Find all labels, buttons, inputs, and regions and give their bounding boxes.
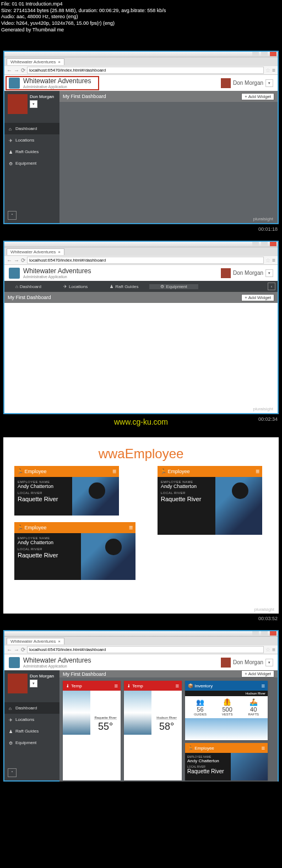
minimize-button[interactable]: [252, 52, 259, 56]
browser-tab[interactable]: Whitewater Adventures ×: [7, 638, 64, 644]
dashboard-title: My First Dashboard: [8, 295, 51, 300]
reload-icon[interactable]: ⟳: [21, 647, 25, 653]
dashboard-body: 🌡 Temp≡ Raquette River 55° 🌡: [59, 677, 278, 782]
tab-close-icon[interactable]: ×: [58, 59, 61, 64]
temp-value: 55°: [98, 721, 113, 733]
sidebar-item-equipment[interactable]: ⚙ Equipment: [4, 737, 59, 748]
address-input[interactable]: [27, 257, 264, 264]
hnav-item-raft-guides[interactable]: ♟ Raft Guides: [99, 284, 149, 289]
plane-icon: ✈: [9, 138, 13, 143]
tab-bar: Whitewater Adventures ×: [4, 637, 278, 645]
browser-tab[interactable]: Whitewater Adventures ×: [7, 58, 64, 65]
menu-icon[interactable]: ≡: [272, 257, 275, 263]
back-icon[interactable]: ←: [7, 257, 12, 263]
run-icon: 🏃: [160, 469, 166, 474]
meta-line: File: 01 01 Introduction.mp4: [1, 1, 281, 8]
close-button[interactable]: [270, 52, 276, 56]
sidebar-item-dashboard[interactable]: ⌂ Dashboard: [4, 702, 59, 714]
widget-title: Inventory: [194, 683, 213, 688]
window-controls: [4, 631, 278, 637]
tab-title: Whitewater Adventures: [10, 639, 56, 644]
maximize-button[interactable]: [261, 631, 268, 636]
user-menu-caret[interactable]: ▾: [265, 659, 273, 666]
bookmark-icon[interactable]: ☆: [265, 647, 270, 653]
user-menu-caret[interactable]: ▾: [265, 269, 273, 277]
hnav-item-equipment[interactable]: ⚙ Equipment: [149, 284, 198, 289]
sidebar-user-caret[interactable]: ▾: [30, 680, 37, 687]
menu-icon[interactable]: ≡: [272, 647, 275, 653]
tab-close-icon[interactable]: ×: [58, 249, 61, 254]
river-label: LOCAL RIVER: [18, 491, 69, 495]
url-bar: ← → ⟳ ☆ ≡: [4, 66, 278, 75]
meta-line: Generated by Thumbnail me: [1, 27, 281, 34]
reload-icon[interactable]: ⟳: [21, 257, 25, 263]
sidebar: Don Morgan ▾ ⌂ Dashboard ✈ Locations: [4, 670, 59, 780]
tab-title: Whitewater Adventures: [10, 59, 56, 64]
forward-icon[interactable]: →: [14, 257, 19, 263]
person-icon: ♟: [110, 284, 113, 289]
app-subtitle: Administrative Application: [23, 664, 91, 668]
minimize-button[interactable]: [252, 631, 259, 636]
employee-river: Raquette River: [18, 552, 78, 558]
employee-card: 🏃 Employee ≡ EMPLOYEE NAME Andy Chattert…: [14, 522, 135, 580]
employee-photo: [215, 477, 263, 535]
dashboard-body: [4, 303, 278, 413]
tab-close-icon[interactable]: ×: [58, 639, 61, 644]
browser-tab[interactable]: Whitewater Adventures ×: [7, 248, 64, 255]
minimize-button[interactable]: [252, 242, 259, 246]
close-button[interactable]: [270, 242, 276, 246]
hamburger-icon[interactable]: ≡: [115, 682, 118, 689]
card-badge: Employee: [25, 525, 47, 530]
menu-icon[interactable]: ≡: [272, 67, 275, 73]
hnav-item-locations[interactable]: ✈ Locations: [52, 284, 99, 289]
hamburger-icon[interactable]: ≡: [112, 468, 116, 475]
maximize-button[interactable]: [261, 242, 268, 246]
back-icon[interactable]: ←: [7, 67, 12, 73]
reload-icon[interactable]: ⟳: [21, 67, 25, 73]
address-input[interactable]: [27, 67, 264, 74]
bookmark-icon[interactable]: ☆: [265, 67, 270, 73]
dashboard-title: My First Dashboard: [63, 94, 106, 99]
sidebar-item-raft-guides[interactable]: ♟ Raft Guides: [4, 146, 59, 158]
hnav-item-dashboard[interactable]: ⌂ Dashboard: [4, 284, 52, 289]
address-input[interactable]: [27, 646, 264, 653]
add-widget-button[interactable]: + Add Widget: [241, 670, 274, 677]
back-icon[interactable]: ←: [7, 647, 12, 653]
rafts-label: RAFTS: [248, 713, 259, 716]
forward-icon[interactable]: →: [14, 647, 19, 653]
sidebar-user-caret[interactable]: ▾: [30, 100, 37, 108]
sidebar-collapse-button[interactable]: ˄: [8, 211, 17, 220]
sidebar-collapse-button[interactable]: ˄: [8, 768, 17, 777]
sidebar-item-equipment[interactable]: ⚙ Equipment: [4, 158, 59, 169]
tab-bar: Whitewater Adventures ×: [4, 57, 278, 66]
hamburger-icon[interactable]: ≡: [129, 524, 133, 531]
user-menu-caret[interactable]: ▾: [265, 79, 273, 87]
guides-count: 56: [194, 706, 207, 713]
forward-icon[interactable]: →: [14, 67, 19, 73]
watermark: pluralsight: [254, 607, 274, 612]
vests-label: VESTS: [222, 713, 233, 716]
employee-photo: [72, 477, 120, 516]
sidebar-item-locations[interactable]: ✈ Locations: [4, 134, 59, 146]
hamburger-icon[interactable]: ≡: [262, 745, 265, 751]
add-widget-button[interactable]: + Add Widget: [241, 294, 274, 301]
add-widget-button[interactable]: + Add Widget: [241, 93, 274, 100]
person-icon: ♟: [9, 729, 13, 734]
maximize-button[interactable]: [261, 52, 268, 56]
highlight-box: [6, 76, 99, 90]
url-bar: ← → ⟳ ☆ ≡: [4, 256, 278, 265]
close-button[interactable]: [270, 631, 276, 636]
slide: wwaEmployee 🏃 Employee ≡ EMPLOYEE NAME A…: [3, 437, 279, 614]
hamburger-icon[interactable]: ≡: [256, 468, 259, 475]
bookmark-icon[interactable]: ☆: [265, 257, 270, 263]
sidebar-item-dashboard[interactable]: ⌂ Dashboard: [4, 123, 59, 134]
employee-name: Andy Chatterton: [161, 484, 212, 489]
hnav-label: Locations: [69, 284, 88, 289]
hamburger-icon[interactable]: ≡: [176, 682, 179, 689]
hnav-collapse-button[interactable]: ‹: [268, 283, 275, 290]
hamburger-icon[interactable]: ≡: [262, 682, 265, 689]
run-icon: 🏃: [188, 746, 193, 751]
sidebar-item-raft-guides[interactable]: ♟ Raft Guides: [4, 725, 59, 737]
hnav-label: Dashboard: [20, 284, 41, 289]
sidebar-item-locations[interactable]: ✈ Locations: [4, 714, 59, 725]
